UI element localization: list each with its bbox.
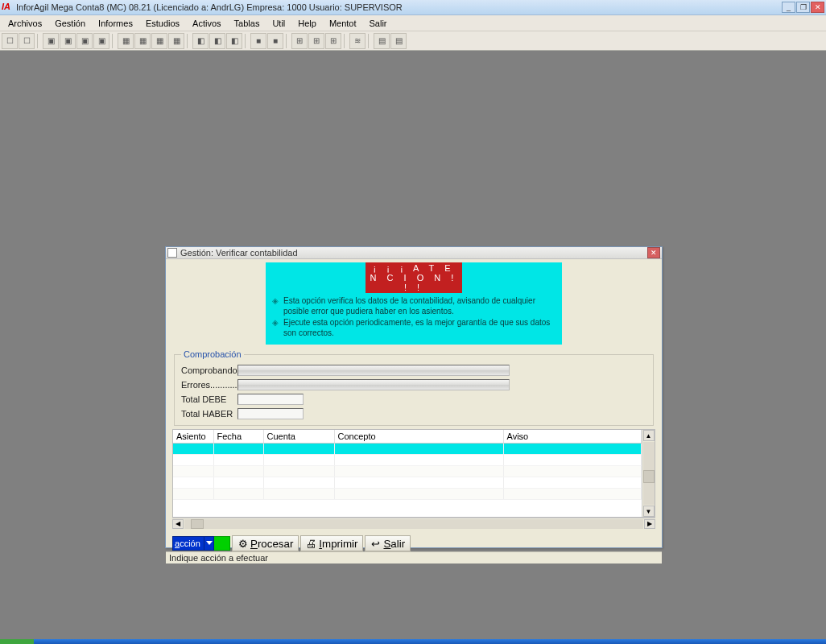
attention-panel: ¡ ¡ ¡ A T E N C I O N ! ! ! ◈ Esta opció… <box>266 262 562 345</box>
imprimir-button[interactable]: 🖨 Imprimir <box>300 535 363 551</box>
toolbar-button[interactable]: ⊞ <box>308 33 324 49</box>
table-row[interactable] <box>173 488 642 499</box>
svg-marker-0 <box>206 541 213 545</box>
toolbar-button[interactable]: ▤ <box>390 33 407 49</box>
toolbar: ☐ ☐ ▣ ▣ ▣ ▣ ▦ ▦ ▦ ▦ ◧ ◧ ◧ ■ ■ ⊞ ⊞ ⊞ ≋ ▤ … <box>0 31 826 51</box>
label-comprobando: Comprobando.. <box>181 365 237 375</box>
toolbar-button[interactable]: ▣ <box>93 33 109 49</box>
toolbar-separator <box>112 34 115 48</box>
toolbar-button[interactable]: ▦ <box>134 33 151 49</box>
scroll-track[interactable] <box>643 442 655 505</box>
toolbar-separator <box>187 34 190 48</box>
salir-button[interactable]: ↩ Salir <box>365 535 411 551</box>
table-row[interactable] <box>173 443 642 454</box>
procesar-button[interactable]: ⚙ Procesar <box>232 535 299 551</box>
dialog-status-text: Indique acción a efectuar <box>169 553 268 563</box>
label-total-debe: Total DEBE <box>181 394 237 404</box>
toolbar-separator <box>368 34 371 48</box>
field-total-debe <box>237 394 304 405</box>
menu-util[interactable]: Util <box>266 17 291 30</box>
main-window-title: InforAgil Mega Conta8 (MC) 08.21 (Licenc… <box>16 2 782 12</box>
mdi-client-area: Gestión: Verificar contabilidad ✕ ¡ ¡ ¡ … <box>0 51 826 628</box>
chevron-down-icon[interactable] <box>204 536 214 551</box>
imprimir-label: mprimir <box>322 538 357 550</box>
menu-salir[interactable]: Salir <box>363 17 394 30</box>
accion-combo[interactable]: aaccióncción <box>172 536 230 551</box>
label-total-haber: Total HABER <box>181 409 237 419</box>
taskbar[interactable] <box>0 639 826 644</box>
close-button[interactable]: ✕ <box>811 2 824 13</box>
scroll-right-button[interactable]: ▶ <box>644 519 655 529</box>
menu-gestion[interactable]: Gestión <box>48 17 92 30</box>
procesar-label: rocesar <box>258 538 293 550</box>
progress-errores <box>237 379 510 390</box>
toolbar-button[interactable]: ▦ <box>168 33 184 49</box>
attention-header: ¡ ¡ ¡ A T E N C I O N ! ! ! <box>366 262 462 293</box>
toolbar-button[interactable]: ■ <box>267 33 283 49</box>
menu-mentot[interactable]: Mentot <box>323 17 363 30</box>
toolbar-button[interactable]: ▣ <box>76 33 93 49</box>
gear-icon: ⚙ <box>237 539 248 549</box>
scroll-left-button[interactable]: ◀ <box>172 519 184 529</box>
toolbar-button[interactable]: ≋ <box>349 33 366 49</box>
toolbar-button[interactable]: ◧ <box>209 33 225 49</box>
attention-text-1: Esta opción verifica los datos de la con… <box>283 296 555 316</box>
table-row[interactable] <box>173 477 642 488</box>
bullet-icon: ◈ <box>272 318 279 338</box>
results-table[interactable]: Asiento Fecha Cuenta Concepto Aviso <box>173 430 642 500</box>
scroll-down-button[interactable]: ▼ <box>643 506 655 517</box>
col-header-asiento[interactable]: Asiento <box>173 430 213 443</box>
minimize-button[interactable]: _ <box>782 2 795 13</box>
toolbar-button[interactable]: ◧ <box>226 33 242 49</box>
menu-help[interactable]: Help <box>291 17 323 30</box>
menu-informes[interactable]: Informes <box>92 17 139 30</box>
attention-line: ◈ Ejecute esta opción periodicamente, es… <box>272 318 555 338</box>
toolbar-button[interactable]: ⊞ <box>325 33 341 49</box>
grid-vertical-scrollbar[interactable]: ▲ ▼ <box>642 430 655 517</box>
col-header-concepto[interactable]: Concepto <box>334 430 503 443</box>
dialog-close-button[interactable]: ✕ <box>647 247 660 258</box>
col-header-fecha[interactable]: Fecha <box>213 430 263 443</box>
verify-accounting-dialog: Gestión: Verificar contabilidad ✕ ¡ ¡ ¡ … <box>165 246 663 548</box>
menu-activos[interactable]: Activos <box>186 17 227 30</box>
toolbar-button[interactable]: ▣ <box>60 33 76 49</box>
button-bar: aaccióncción ⚙ Procesar 🖨 Imprimir ↩ Sal… <box>172 535 655 551</box>
menubar: Archivos Gestión Informes Estudios Activ… <box>0 15 826 31</box>
attention-text-2: Ejecute esta opción periodicamente, es l… <box>283 318 555 338</box>
toolbar-button[interactable]: ■ <box>250 33 266 49</box>
scroll-thumb[interactable] <box>191 519 204 529</box>
attention-line: ◈ Esta opción verifica los datos de la c… <box>272 296 555 316</box>
menu-tablas[interactable]: Tablas <box>228 17 266 30</box>
table-row[interactable] <box>173 465 642 477</box>
scroll-thumb[interactable] <box>643 470 655 483</box>
toolbar-button[interactable]: ⊞ <box>291 33 308 49</box>
restore-button[interactable]: ❐ <box>796 2 810 13</box>
comprobacion-groupbox: Comprobación Comprobando.. Errores......… <box>174 349 654 426</box>
toolbar-button[interactable]: ▦ <box>118 33 134 49</box>
app-icon: IA <box>2 2 13 13</box>
accion-combo-label: aaccióncción <box>172 536 204 551</box>
toolbar-button[interactable]: ◧ <box>192 33 209 49</box>
col-header-cuenta[interactable]: Cuenta <box>263 430 334 443</box>
exit-icon: ↩ <box>370 539 381 549</box>
scroll-up-button[interactable]: ▲ <box>643 430 655 441</box>
toolbar-button[interactable]: ▣ <box>43 33 59 49</box>
table-row[interactable] <box>173 454 642 465</box>
toolbar-button[interactable]: ☐ <box>2 33 18 49</box>
start-button[interactable] <box>0 639 34 644</box>
toolbar-button[interactable]: ☐ <box>19 33 35 49</box>
groupbox-legend: Comprobación <box>181 349 244 359</box>
toolbar-separator <box>245 34 248 48</box>
toolbar-separator <box>344 34 347 48</box>
menu-archivos[interactable]: Archivos <box>2 17 48 30</box>
scroll-track[interactable] <box>184 519 643 529</box>
toolbar-button[interactable]: ▤ <box>374 33 390 49</box>
accion-combo-indicator <box>214 536 230 551</box>
grid-horizontal-scrollbar[interactable]: ◀ ▶ <box>172 518 655 529</box>
col-header-aviso[interactable]: Aviso <box>503 430 642 443</box>
toolbar-button[interactable]: ▦ <box>151 33 167 49</box>
menu-estudios[interactable]: Estudios <box>139 17 186 30</box>
printer-icon: 🖨 <box>306 539 316 549</box>
dialog-icon <box>167 248 177 258</box>
progress-comprobando <box>237 365 510 376</box>
